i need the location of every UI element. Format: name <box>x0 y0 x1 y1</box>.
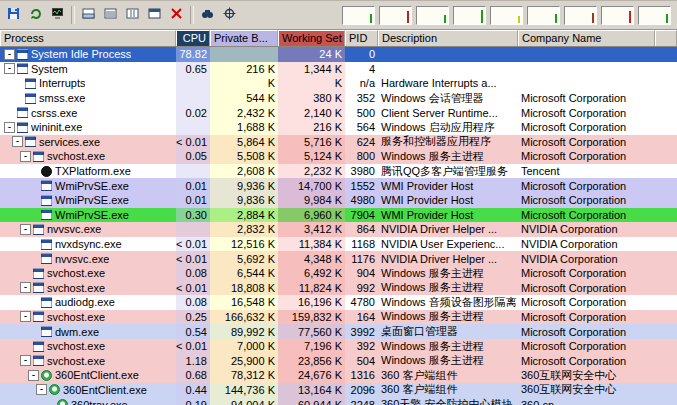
process-row[interactable]: 360tray.exe0.1994,004 K60,944 K2248360天擎… <box>0 397 677 405</box>
process-row[interactable]: nvvsvc.exe< 0.015,692 K4,348 K1176NVIDIA… <box>0 251 677 266</box>
cpu-value: 0.19 <box>186 399 207 405</box>
mini-graph-0[interactable] <box>342 6 375 25</box>
column-header-private[interactable]: Private B... <box>210 30 278 46</box>
description-cell: Client Server Runtime... <box>378 105 518 120</box>
cpu-value: < 0.01 <box>176 282 207 294</box>
process-row[interactable]: -svchost.exe0.055,508 K5,124 K800Windows… <box>0 149 677 164</box>
cpu-value: < 0.01 <box>176 340 207 352</box>
process-row[interactable]: audiodg.exe0.0816,548 K16,196 K4780Windo… <box>0 295 677 310</box>
private-cell: 16,548 K <box>210 295 278 310</box>
process-row[interactable]: csrss.exe0.022,432 K2,140 K500Client Ser… <box>0 105 677 120</box>
properties-button[interactable] <box>144 5 165 26</box>
pid-cell: 504 <box>345 353 378 368</box>
process-row[interactable]: smss.exe544 K380 K352Windows 会话管理器Micros… <box>0 91 677 106</box>
process-row[interactable]: WmiPrvSE.exe0.019,936 K14,700 K1552WMI P… <box>0 178 677 193</box>
company-cell: Microsoft Corporation <box>518 208 655 223</box>
company-cell: Microsoft Corporation <box>518 339 655 354</box>
tree-indent <box>2 316 20 317</box>
tree-collapse-icon[interactable]: - <box>20 311 31 322</box>
pid-value: 164 <box>357 311 375 323</box>
process-row[interactable]: -nvvsvc.exe2,832 K3,412 K864NVIDIA Drive… <box>0 222 677 237</box>
find-window-button[interactable] <box>219 5 240 26</box>
tree-collapse-icon[interactable]: - <box>20 151 31 162</box>
column-header-description[interactable]: Description <box>378 30 518 46</box>
process-row[interactable]: -svchost.exe< 0.0118,808 K11,824 K992Win… <box>0 281 677 296</box>
process-row[interactable]: -System0.65216 K1,344 K4 <box>0 62 677 77</box>
process-row[interactable]: nvxdsync.exe< 0.0112,516 K11,384 K1168NV… <box>0 237 677 252</box>
pid-cell: 7904 <box>345 208 378 223</box>
tree-collapse-icon[interactable]: - <box>4 122 15 133</box>
tree-leaf-gap <box>12 83 25 84</box>
column-header-pid[interactable]: PID <box>345 30 378 46</box>
qq-process-icon <box>41 166 52 177</box>
tree-collapse-icon[interactable]: - <box>4 63 15 74</box>
column-header-process[interactable]: Process <box>0 30 176 46</box>
tree-collapse-icon[interactable]: - <box>36 384 47 395</box>
tree-collapse-icon[interactable]: - <box>20 355 31 366</box>
pid-cell: 164 <box>345 310 378 325</box>
description-value: Windows 服务主进程 <box>381 149 484 164</box>
process-row[interactable]: svchost.exe0.086,544 K6,492 K904Windows … <box>0 266 677 281</box>
mini-graph-5[interactable] <box>527 6 560 25</box>
mini-graph-8[interactable] <box>638 6 671 25</box>
tree-collapse-icon[interactable]: - <box>4 49 15 60</box>
tree-collapse-icon[interactable]: - <box>20 282 31 293</box>
pid-cell: 4780 <box>345 295 378 310</box>
mini-graph-2[interactable] <box>416 6 449 25</box>
pid-value: 504 <box>357 355 375 367</box>
view-dlls-button[interactable] <box>100 5 121 26</box>
cpu-cell: < 0.01 <box>176 251 210 266</box>
kill-process-button[interactable] <box>166 5 187 26</box>
process-row[interactable]: dwm.exe0.5489,992 K77,560 K3992桌面窗口管理器Mi… <box>0 324 677 339</box>
tree-leaf-gap <box>28 171 41 172</box>
working-cell: 216 K <box>278 120 345 135</box>
row-filler <box>655 383 677 398</box>
pid-cell: 904 <box>345 266 378 281</box>
process-row[interactable]: InterruptsKKn/aHardware Interrupts a... <box>0 76 677 91</box>
process-row[interactable]: WmiPrvSE.exe0.302,884 K6,960 K7904WMI Pr… <box>0 208 677 223</box>
company-cell: NVIDIA Corporation <box>518 222 655 237</box>
cpu-value: 0.05 <box>186 150 207 162</box>
tree-collapse-icon[interactable]: - <box>12 136 23 147</box>
process-row[interactable]: -360EntClient.exe0.6878,312 K24,676 K131… <box>0 368 677 383</box>
process-row[interactable]: svchost.exe< 0.017,000 K7,196 K392Window… <box>0 339 677 354</box>
pid-value: 624 <box>357 136 375 148</box>
cpu-value: 0.01 <box>186 194 207 206</box>
pid-cell: 800 <box>345 149 378 164</box>
process-row[interactable]: -System Idle Process78.8224 K0 <box>0 47 677 62</box>
mini-graph-1[interactable] <box>379 6 412 25</box>
process-cell: Interrupts <box>0 76 176 91</box>
tree-collapse-icon[interactable]: - <box>28 370 39 381</box>
process-row[interactable]: WmiPrvSE.exe0.019,836 K9,984 K4980WMI Pr… <box>0 193 677 208</box>
mini-graph-6[interactable] <box>564 6 597 25</box>
graph-spike <box>666 14 668 23</box>
process-name: WmiPrvSE.exe <box>55 194 129 206</box>
save-button[interactable] <box>3 5 24 26</box>
process-row[interactable]: -svchost.exe0.25166,632 K159,832 K164Win… <box>0 310 677 325</box>
column-header-label: Description <box>382 32 437 44</box>
company-value: Microsoft Corporation <box>521 150 626 162</box>
column-header-working[interactable]: Working Set <box>278 30 345 46</box>
process-row[interactable]: -svchost.exe1.1825,900 K23,856 K504Windo… <box>0 353 677 368</box>
working-cell: 5,716 K <box>278 135 345 150</box>
mini-graph-3[interactable] <box>453 6 486 25</box>
system-information-button[interactable] <box>47 5 68 26</box>
refresh-button[interactable] <box>25 5 46 26</box>
working-cell: 13,164 K <box>278 383 345 398</box>
mini-graph-7[interactable] <box>601 6 634 25</box>
process-row[interactable]: -services.exe< 0.015,864 K5,716 K624服务和控… <box>0 135 677 150</box>
process-row[interactable]: -wininit.exe1,688 K216 K564Windows 启动应用程… <box>0 120 677 135</box>
company-cell: 360互联网安全中心 <box>518 368 655 383</box>
view-handles-button[interactable] <box>122 5 143 26</box>
show-lower-pane-button[interactable] <box>78 5 99 26</box>
column-header-company[interactable]: Company Name <box>518 30 655 46</box>
column-header-cpu[interactable]: CPU <box>176 30 210 46</box>
private-cell: 78,312 K <box>210 368 278 383</box>
process-row[interactable]: TXPlatform.exe2,608 K2,232 K3980腾讯QQ多客户端… <box>0 164 677 179</box>
tree-collapse-icon[interactable]: - <box>20 224 31 235</box>
graph-spike <box>629 11 631 23</box>
find-button[interactable] <box>197 5 218 26</box>
mini-graph-4[interactable] <box>490 6 523 25</box>
process-cell: -System Idle Process <box>0 47 176 62</box>
process-row[interactable]: -360EntClient.exe0.44144,736 K13,164 K20… <box>0 383 677 398</box>
